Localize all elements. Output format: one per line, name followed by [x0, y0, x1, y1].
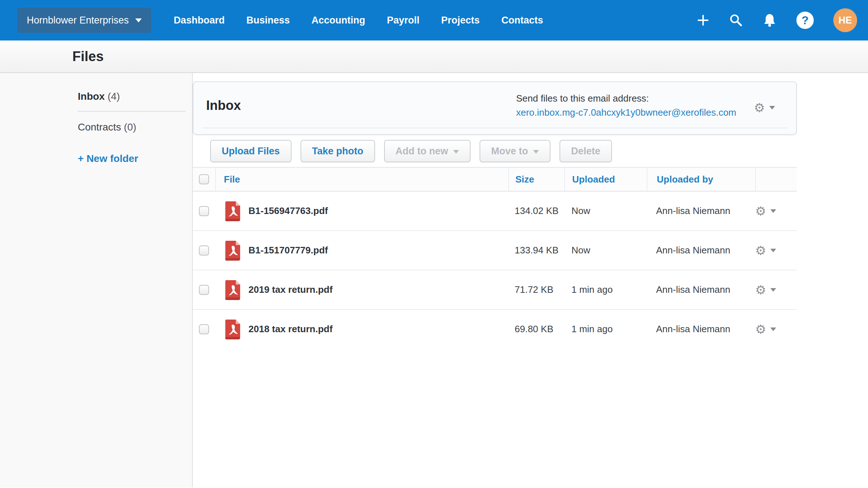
nav-item-accounting[interactable]: Accounting	[311, 15, 365, 26]
inbox-header-card: Inbox Send files to this email address: …	[193, 81, 797, 135]
button-label: Take photo	[312, 146, 363, 157]
row-checkbox[interactable]	[199, 324, 209, 334]
delete-button: Delete	[559, 140, 612, 162]
email-block: Send files to this email address: xero.i…	[516, 93, 736, 118]
pdf-icon	[225, 240, 241, 261]
table-row: 2018 tax return.pdf 69.80 KB 1 min ago A…	[193, 310, 797, 348]
caret-down-icon	[770, 328, 776, 331]
column-header-uploaded[interactable]: Uploaded	[564, 168, 647, 191]
avatar[interactable]: HE	[833, 8, 857, 32]
nav-right-cluster: ? HE	[697, 8, 857, 32]
search-icon	[729, 13, 743, 27]
file-uploaded: 1 min ago	[564, 284, 647, 295]
pdf-icon	[225, 201, 241, 221]
file-uploaded-by: Ann-lisa Niemann	[647, 205, 755, 217]
pdf-icon	[225, 280, 241, 300]
table-body: B1-156947763.pdf 134.02 KB Now Ann-lisa …	[193, 192, 797, 348]
new-folder-link[interactable]: + New folder	[78, 153, 138, 164]
column-header-actions	[755, 168, 797, 191]
sidebar-item-inbox[interactable]: Inbox (4)	[78, 86, 186, 112]
folder-name: Contracts	[78, 121, 121, 133]
file-name-link[interactable]: B1-156947763.pdf	[248, 205, 328, 217]
table-row: B1-156947763.pdf 134.02 KB Now Ann-lisa …	[193, 192, 797, 231]
files-table: File Size Uploaded Uploaded by B1-156947…	[193, 167, 797, 348]
row-options-button[interactable]: ⚙	[755, 284, 776, 296]
file-size: 133.94 KB	[508, 245, 564, 256]
column-header-uploaded-by[interactable]: Uploaded by	[647, 168, 755, 191]
gear-icon: ⚙	[755, 244, 766, 257]
table-row: 2019 tax return.pdf 71.72 KB 1 min ago A…	[193, 270, 797, 310]
help-icon: ?	[796, 12, 814, 29]
row-options-button[interactable]: ⚙	[755, 205, 776, 217]
file-name-link[interactable]: 2018 tax return.pdf	[248, 324, 333, 335]
caret-down-icon	[770, 249, 776, 252]
file-size: 71.72 KB	[508, 284, 564, 295]
search-button[interactable]	[729, 13, 743, 27]
row-checkbox[interactable]	[199, 285, 209, 295]
caret-down-icon	[135, 18, 142, 22]
row-options-button[interactable]: ⚙	[755, 244, 776, 257]
file-uploaded: 1 min ago	[564, 324, 647, 335]
content: Inbox (4) Contracts (0) + New folder Inb…	[0, 73, 868, 487]
avatar-initials: HE	[838, 15, 852, 26]
gear-icon: ⚙	[754, 102, 765, 114]
file-name-link[interactable]: B1-151707779.pdf	[248, 245, 328, 256]
org-name: Hornblower Enterprises	[27, 15, 129, 26]
table-header-row: File Size Uploaded Uploaded by	[193, 167, 797, 192]
sidebar-item-contracts[interactable]: Contracts (0)	[78, 117, 186, 138]
folders-sidebar: Inbox (4) Contracts (0) + New folder	[0, 73, 193, 487]
folder-count: (0)	[124, 121, 136, 133]
gear-icon: ⚙	[755, 323, 766, 335]
take-photo-button[interactable]: Take photo	[301, 140, 375, 162]
file-uploaded: Now	[564, 205, 647, 217]
bell-icon	[762, 13, 777, 27]
file-uploaded-by: Ann-lisa Niemann	[647, 284, 755, 295]
nav-item-dashboard[interactable]: Dashboard	[174, 15, 225, 26]
gear-icon: ⚙	[755, 205, 766, 217]
add-new-button[interactable]	[697, 14, 710, 27]
row-checkbox[interactable]	[199, 245, 209, 256]
notifications-button[interactable]	[762, 13, 777, 27]
select-all-checkbox[interactable]	[199, 174, 209, 184]
folder-list: Inbox (4) Contracts (0)	[0, 86, 192, 138]
upload-files-button[interactable]: Upload Files	[210, 140, 292, 162]
inbox-email-link[interactable]: xero.inbox.mg-c7.0ahcxyk1y0bwneer@xerofi…	[516, 107, 736, 118]
main-nav: DashboardBusinessAccountingPayrollProjec…	[174, 15, 543, 26]
inbox-heading: Inbox	[206, 98, 241, 113]
column-header-file[interactable]: File	[215, 168, 508, 191]
button-label: Upload Files	[222, 146, 280, 157]
caret-down-icon	[770, 209, 776, 213]
plus-icon	[697, 14, 710, 27]
file-name-link[interactable]: 2019 tax return.pdf	[248, 284, 333, 295]
add-to-new-button: Add to new	[384, 140, 471, 162]
file-toolbar: Upload Files Take photo Add to new Move …	[210, 140, 612, 162]
move-to-button: Move to	[480, 140, 550, 162]
nav-item-business[interactable]: Business	[246, 15, 290, 26]
file-uploaded: Now	[564, 245, 647, 256]
main-panel: Inbox Send files to this email address: …	[193, 73, 868, 487]
button-label: Delete	[571, 146, 600, 157]
nav-item-projects[interactable]: Projects	[441, 15, 480, 26]
pdf-icon	[225, 319, 241, 339]
top-nav: Hornblower Enterprises DashboardBusiness…	[0, 0, 868, 40]
caret-down-icon	[770, 288, 776, 292]
caret-down-icon	[453, 150, 459, 154]
row-options-button[interactable]: ⚙	[755, 323, 776, 335]
org-switcher-button[interactable]: Hornblower Enterprises	[17, 8, 151, 33]
inbox-settings-button[interactable]: ⚙	[754, 102, 775, 114]
email-label: Send files to this email address:	[516, 93, 736, 104]
file-size: 69.80 KB	[508, 324, 564, 335]
nav-item-contacts[interactable]: Contacts	[501, 15, 543, 26]
table-row: B1-151707779.pdf 133.94 KB Now Ann-lisa …	[193, 231, 797, 270]
help-button[interactable]: ?	[796, 12, 814, 29]
nav-item-payroll[interactable]: Payroll	[387, 15, 420, 26]
column-header-size[interactable]: Size	[508, 168, 564, 191]
button-label: Add to new	[396, 146, 448, 157]
button-label: Move to	[491, 146, 528, 157]
row-checkbox[interactable]	[199, 206, 209, 216]
caret-down-icon	[533, 150, 539, 154]
folder-count: (4)	[107, 91, 120, 102]
file-uploaded-by: Ann-lisa Niemann	[647, 245, 755, 256]
page-header: Files	[0, 40, 868, 73]
page-title: Files	[72, 49, 104, 64]
